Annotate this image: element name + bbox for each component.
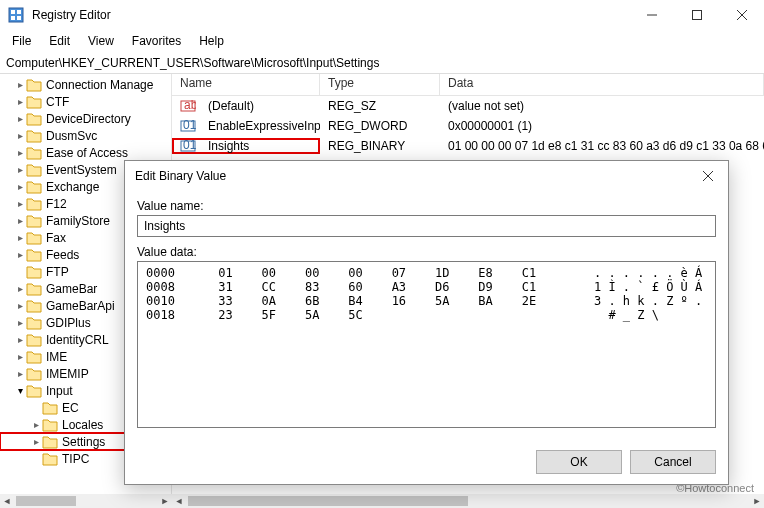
chevron-right-icon: ▸ [14, 96, 26, 107]
chevron-right-icon: ▸ [14, 181, 26, 192]
folder-icon [26, 95, 42, 109]
ok-button[interactable]: OK [536, 450, 622, 474]
scroll-right-icon[interactable]: ► [750, 494, 764, 508]
value-row[interactable]: ab(Default)REG_SZ(value not set) [172, 96, 764, 116]
hex-editor[interactable]: 0000 01 00 00 00 07 1D E8 C1 . . . . . .… [137, 261, 716, 428]
svg-rect-6 [692, 11, 701, 20]
tree-item[interactable]: ▸DeviceDirectory [0, 110, 171, 127]
tree-label: GDIPlus [46, 316, 91, 330]
tree-item[interactable]: ▸Ease of Access [0, 144, 171, 161]
folder-icon [26, 214, 42, 228]
folder-icon [42, 435, 58, 449]
close-button[interactable] [719, 0, 764, 30]
chevron-right-icon: ▸ [14, 232, 26, 243]
value-icon: 011 [180, 138, 196, 154]
tree-item[interactable]: ▸Connection Manage [0, 76, 171, 93]
folder-icon [42, 452, 58, 466]
chevron-right-icon: ▸ [14, 283, 26, 294]
scroll-left-icon[interactable]: ◄ [172, 494, 186, 508]
folder-icon [26, 367, 42, 381]
folder-icon [42, 418, 58, 432]
value-data-label: Value data: [137, 245, 716, 259]
minimize-button[interactable] [629, 0, 674, 30]
folder-icon [26, 299, 42, 313]
folder-icon [26, 180, 42, 194]
chevron-right-icon: ▸ [14, 130, 26, 141]
tree-item[interactable]: ▸DusmSvc [0, 127, 171, 144]
cancel-button[interactable]: Cancel [630, 450, 716, 474]
dialog-close-button[interactable] [688, 161, 728, 191]
folder-icon [26, 163, 42, 177]
list-hscroll[interactable]: ◄ ► [172, 494, 764, 508]
folder-icon [26, 384, 42, 398]
tree-label: Exchange [46, 180, 99, 194]
value-data: (value not set) [440, 99, 764, 113]
tree-label: Feeds [46, 248, 79, 262]
svg-text:ab: ab [184, 98, 196, 112]
folder-icon [42, 401, 58, 415]
chevron-down-icon: ▾ [14, 385, 26, 396]
chevron-right-icon: ▸ [14, 147, 26, 158]
folder-icon [26, 78, 42, 92]
value-data: 0x00000001 (1) [440, 119, 764, 133]
col-data[interactable]: Data [440, 74, 764, 95]
tree-hscroll[interactable]: ◄ ► [0, 494, 172, 508]
app-icon [8, 7, 24, 23]
value-type: REG_BINARY [320, 139, 440, 153]
dialog-title: Edit Binary Value [135, 169, 688, 183]
folder-icon [26, 197, 42, 211]
chevron-right-icon: ▸ [14, 79, 26, 90]
svg-text:011: 011 [183, 118, 196, 132]
tree-label: IME [46, 350, 67, 364]
scroll-thumb[interactable] [188, 496, 468, 506]
value-icon: ab [180, 98, 196, 114]
value-name: EnableExpressiveInp... [200, 119, 320, 133]
folder-icon [26, 316, 42, 330]
svg-rect-3 [11, 16, 15, 20]
chevron-right-icon: ▸ [14, 334, 26, 345]
value-row[interactable]: 011EnableExpressiveInp...REG_DWORD0x0000… [172, 116, 764, 136]
address-bar[interactable]: Computer\HKEY_CURRENT_USER\Software\Micr… [0, 52, 764, 74]
menu-edit[interactable]: Edit [41, 32, 78, 50]
folder-icon [26, 282, 42, 296]
chevron-right-icon: ▸ [14, 351, 26, 362]
menu-favorites[interactable]: Favorites [124, 32, 189, 50]
scroll-right-icon[interactable]: ► [158, 494, 172, 508]
tree-label: GameBarApi [46, 299, 115, 313]
value-name-input[interactable] [137, 215, 716, 237]
menu-view[interactable]: View [80, 32, 122, 50]
tree-item[interactable]: ▸CTF [0, 93, 171, 110]
scroll-thumb[interactable] [16, 496, 76, 506]
col-name[interactable]: Name [172, 74, 320, 95]
path-text: Computer\HKEY_CURRENT_USER\Software\Micr… [6, 56, 379, 70]
folder-icon [26, 231, 42, 245]
folder-icon [26, 112, 42, 126]
folder-icon [26, 265, 42, 279]
svg-text:011: 011 [183, 138, 196, 152]
svg-rect-1 [11, 10, 15, 14]
tree-label: FTP [46, 265, 69, 279]
value-row[interactable]: 011InsightsREG_BINARY01 00 00 00 07 1d e… [172, 136, 764, 156]
col-type[interactable]: Type [320, 74, 440, 95]
chevron-right-icon: ▸ [14, 317, 26, 328]
tree-label: DeviceDirectory [46, 112, 131, 126]
tree-label: Input [46, 384, 73, 398]
tree-label: EC [62, 401, 79, 415]
menu-file[interactable]: File [4, 32, 39, 50]
maximize-button[interactable] [674, 0, 719, 30]
value-type: REG_DWORD [320, 119, 440, 133]
value-name: Insights [200, 139, 320, 153]
tree-label: CTF [46, 95, 69, 109]
chevron-right-icon: ▸ [14, 300, 26, 311]
folder-icon [26, 248, 42, 262]
tree-label: Connection Manage [46, 78, 153, 92]
tree-label: GameBar [46, 282, 97, 296]
menu-help[interactable]: Help [191, 32, 232, 50]
chevron-right-icon: ▸ [14, 368, 26, 379]
window-title: Registry Editor [32, 8, 629, 22]
value-data: 01 00 00 00 07 1d e8 c1 31 cc 83 60 a3 d… [440, 139, 764, 153]
chevron-right-icon: ▸ [14, 113, 26, 124]
scroll-left-icon[interactable]: ◄ [0, 494, 14, 508]
tree-label: FamilyStore [46, 214, 110, 228]
tree-label: Locales [62, 418, 103, 432]
